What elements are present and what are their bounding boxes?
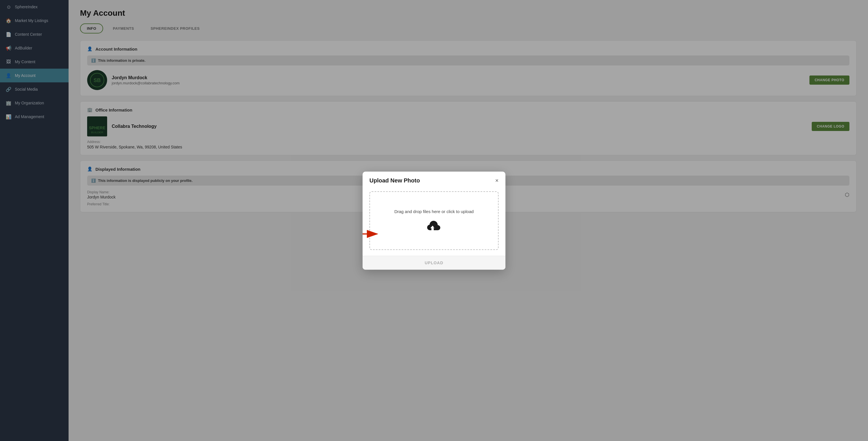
modal-close-button[interactable]: × (495, 178, 499, 183)
upload-photo-modal: Upload New Photo × Drag and drop files h… (363, 172, 505, 270)
modal-header: Upload New Photo × (363, 172, 505, 188)
drag-drop-text: Drag and drop files here or click to upl… (376, 209, 492, 214)
upload-button[interactable]: UPLOAD (425, 261, 443, 265)
modal-body: Drag and drop files here or click to upl… (363, 188, 505, 256)
modal-title: Upload New Photo (369, 177, 420, 184)
modal-footer: UPLOAD (363, 256, 505, 270)
modal-overlay[interactable]: Upload New Photo × Drag and drop files h… (0, 0, 868, 441)
upload-drop-zone[interactable]: Drag and drop files here or click to upl… (369, 191, 499, 250)
upload-cloud-icon (376, 219, 492, 232)
